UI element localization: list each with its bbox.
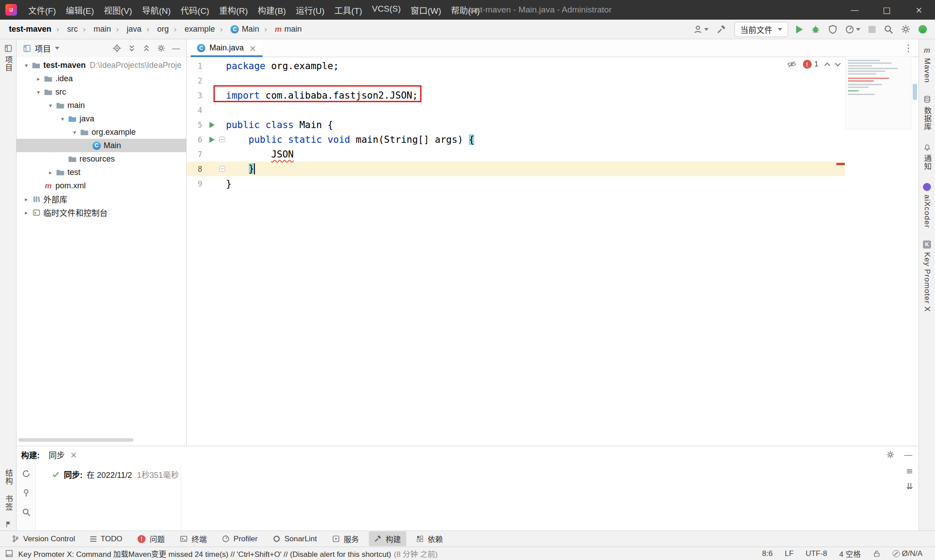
collapse-all-icon[interactable] — [142, 44, 150, 52]
tree-item-org-example[interactable]: ▾ org.example — [17, 125, 186, 139]
menu-view[interactable]: 视图(V) — [99, 2, 137, 18]
menu-vcs[interactable]: VCS(S) — [367, 2, 405, 18]
run-method-gutter-icon[interactable] — [209, 137, 215, 143]
line-number[interactable]: 2 — [187, 76, 206, 85]
breadcrumb-item-main-class[interactable]: CMain — [215, 25, 259, 34]
chevron-right-icon[interactable]: ▸ — [21, 209, 31, 216]
menu-edit[interactable]: 编辑(E) — [61, 2, 99, 18]
run-button[interactable] — [796, 25, 803, 33]
toolwindow-problems[interactable]: ! 问题 — [132, 531, 170, 546]
fold-region-icon[interactable] — [219, 166, 225, 172]
menu-tools[interactable]: 工具(T) — [330, 2, 367, 18]
stripe-button-maven[interactable]: m Maven — [922, 46, 931, 83]
build-project-button[interactable] — [717, 24, 726, 34]
scrollbar-thumb[interactable] — [913, 84, 917, 100]
plugin-status-icon[interactable] — [918, 25, 927, 33]
debug-button[interactable] — [811, 25, 820, 34]
breadcrumb-item-example[interactable]: example — [169, 25, 215, 34]
minimize-button[interactable]: — — [839, 0, 871, 20]
settings-button[interactable] — [901, 25, 910, 34]
code-line[interactable]: 1 package org.example; — [187, 58, 845, 73]
run-configuration-selector[interactable]: 当前文件 — [735, 22, 788, 37]
tree-item-root[interactable]: ▾ test-maven D:\IdeaProjects\IdeaProje — [17, 58, 186, 72]
refresh-icon[interactable] — [22, 469, 30, 478]
chevron-right-icon[interactable]: ▸ — [21, 196, 31, 203]
code-line[interactable]: 2 — [187, 73, 845, 88]
stripe-button-notifications[interactable]: 通知 — [922, 143, 933, 170]
toolwindow-build[interactable]: 构建 — [369, 531, 406, 546]
line-number[interactable]: 1 — [187, 62, 206, 71]
breadcrumb-item-java[interactable]: java — [111, 25, 141, 34]
highlighting-eye-icon[interactable] — [787, 60, 796, 69]
bookmark-flag-icon[interactable] — [5, 521, 12, 528]
user-account-button[interactable] — [693, 25, 709, 34]
editor-tab-main-java[interactable]: C Main.java × — [191, 39, 263, 57]
stripe-button-structure[interactable]: 结构 — [3, 469, 14, 485]
code-line[interactable]: 4 — [187, 103, 845, 117]
chevron-right-icon[interactable]: ▸ — [46, 169, 55, 176]
code-line[interactable]: 9 } — [187, 176, 845, 191]
line-separator-widget[interactable]: LF — [785, 549, 794, 558]
breadcrumb-item-src[interactable]: src — [51, 25, 78, 34]
search-everywhere-button[interactable] — [884, 25, 893, 34]
tree-item-test[interactable]: ▸ test — [17, 166, 186, 179]
stripe-button-aixcoder[interactable]: aiXcoder — [922, 183, 931, 228]
line-number[interactable]: 8 — [187, 165, 206, 174]
maximize-button[interactable]: □ — [871, 0, 903, 20]
tab-options-icon[interactable]: ⋮ — [904, 43, 913, 54]
tree-item-external-libraries[interactable]: ▸ 外部库 — [17, 192, 186, 206]
pin-icon[interactable] — [22, 489, 30, 497]
encoding-widget[interactable]: UTF-8 — [806, 549, 827, 558]
breadcrumb-item-project[interactable]: test-maven — [9, 25, 51, 34]
sync-result-row[interactable]: 同步: 在 2022/11/2 1秒351毫秒 — [36, 463, 918, 480]
menu-navigate[interactable]: 导航(N) — [137, 2, 175, 18]
close-tab-icon[interactable]: × — [70, 450, 77, 460]
chevron-down-icon[interactable]: ▾ — [33, 89, 43, 95]
stop-button[interactable] — [868, 26, 876, 33]
stripe-button-database[interactable]: 数据库 — [922, 95, 933, 131]
line-number[interactable]: 3 — [187, 91, 206, 100]
code-line[interactable]: 6 public static void main(String[] args)… — [187, 132, 845, 147]
scroll-to-end-icon[interactable]: ⇊ — [906, 481, 913, 491]
tree-item-main-class[interactable]: C Main — [17, 139, 186, 152]
line-number[interactable]: 4 — [187, 106, 206, 115]
code-line[interactable]: 3 import com.alibaba.fastjson2.JSON; — [187, 88, 845, 103]
soft-wrap-icon[interactable]: ≡ — [906, 466, 913, 476]
build-tab-sync[interactable]: 同步 × — [46, 446, 80, 463]
lock-icon[interactable] — [873, 550, 881, 557]
tree-item-scratches[interactable]: ▸ 临时文件和控制台 — [17, 206, 186, 219]
horizontal-scrollbar[interactable] — [18, 438, 134, 442]
code-line[interactable]: 5 public class Main { — [187, 117, 845, 132]
breadcrumb-item-org[interactable]: org — [142, 25, 169, 34]
chevron-down-icon[interactable]: ▾ — [46, 102, 55, 109]
line-number[interactable]: 5 — [187, 120, 206, 129]
chevron-down-icon[interactable]: ▾ — [21, 62, 31, 69]
gear-icon[interactable] — [886, 451, 894, 459]
tree-item-java[interactable]: ▾ java — [17, 112, 186, 125]
breadcrumb-item-main-dir[interactable]: main — [78, 25, 111, 34]
toolwindow-profiler[interactable]: Profiler — [217, 533, 263, 545]
stripe-button-project[interactable]: 项目 — [3, 45, 14, 72]
menu-run[interactable]: 运行(U) — [291, 2, 329, 18]
hide-panel-icon[interactable]: — — [172, 44, 180, 53]
hide-panel-icon[interactable]: — — [904, 450, 912, 460]
chevron-right-icon[interactable]: ▸ — [33, 75, 43, 82]
stripe-button-key-promoter[interactable]: K Key Promoter X — [922, 241, 931, 312]
chevron-down-icon[interactable] — [55, 47, 59, 50]
expand-all-icon[interactable] — [128, 44, 136, 52]
toolwindow-services[interactable]: 服务 — [327, 531, 364, 546]
previous-error-icon[interactable] — [824, 62, 830, 68]
project-panel-title[interactable]: 项目 — [35, 42, 51, 54]
error-stripe-mark[interactable] — [836, 163, 845, 165]
menu-code[interactable]: 代码(C) — [175, 2, 214, 18]
breadcrumb-item-main-method[interactable]: mmain — [259, 25, 301, 34]
code-line-caret[interactable]: 8 } — [187, 162, 845, 176]
close-tab-icon[interactable]: × — [249, 43, 256, 53]
fold-region-icon[interactable] — [219, 137, 225, 142]
tree-item-main[interactable]: ▾ main — [17, 99, 186, 112]
toolwindow-version-control[interactable]: Version Control — [6, 533, 80, 545]
menu-build[interactable]: 构建(B) — [253, 2, 291, 18]
chevron-down-icon[interactable]: ▾ — [58, 116, 67, 122]
run-class-gutter-icon[interactable] — [209, 122, 215, 128]
tree-item-src[interactable]: ▾ src — [17, 85, 186, 99]
